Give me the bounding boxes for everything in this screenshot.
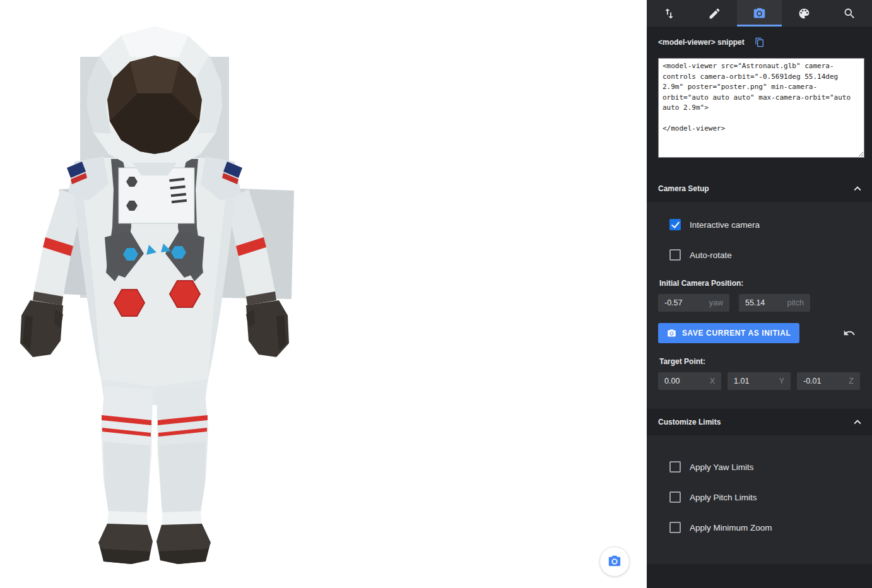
camera-icon: [753, 7, 766, 20]
tab-styling[interactable]: [782, 0, 827, 26]
tab-import-export[interactable]: [647, 0, 692, 26]
tab-camera[interactable]: [737, 0, 782, 26]
apply-pitch-limits-row[interactable]: Apply Pitch Limits: [647, 482, 872, 512]
copy-icon: [755, 37, 765, 47]
apply-pitch-limits-checkbox[interactable]: [669, 491, 681, 503]
pitch-suffix: pitch: [777, 298, 804, 307]
screenshot-button[interactable]: [599, 546, 630, 577]
tab-edit[interactable]: [692, 0, 736, 26]
target-z-field[interactable]: Z: [797, 372, 860, 390]
pitch-field[interactable]: pitch: [739, 294, 810, 312]
astronaut-chest-panel: [119, 168, 194, 223]
copy-snippet-button[interactable]: [755, 37, 765, 47]
target-y-input[interactable]: [734, 377, 765, 385]
snippet-title: <model-viewer> snippet: [658, 38, 745, 47]
collapse-camera-setup-button[interactable]: [851, 182, 864, 196]
target-z-suffix: Z: [835, 377, 854, 385]
apply-minimum-zoom-checkbox[interactable]: [669, 522, 681, 533]
astronaut-3d-model[interactable]: [0, 0, 647, 588]
customize-limits-header[interactable]: Customize Limits: [647, 409, 872, 435]
chevron-up-icon: [851, 415, 864, 429]
apply-pitch-limits-label: Apply Pitch Limits: [690, 493, 757, 502]
apply-minimum-zoom-row[interactable]: Apply Minimum Zoom: [647, 512, 872, 543]
target-point-label: Target Point:: [647, 357, 872, 366]
astronaut-legs: [98, 379, 211, 564]
camera-setup-section: Interactive camera Auto-rotate Initial C…: [647, 202, 872, 409]
search-icon: [843, 7, 856, 20]
yaw-input[interactable]: [664, 298, 696, 307]
editor-panel: <model-viewer> snippet <model-viewer src…: [647, 0, 872, 588]
save-initial-row: SAVE CURRENT AS INITIAL: [647, 323, 872, 343]
auto-rotate-checkbox[interactable]: [669, 249, 681, 261]
panel-filler: [647, 564, 872, 588]
target-point-fields: X Y Z: [647, 372, 872, 390]
customize-limits-title: Customize Limits: [658, 418, 721, 426]
yaw-suffix: yaw: [696, 298, 723, 307]
snippet-header: <model-viewer> snippet: [647, 26, 872, 58]
pitch-input[interactable]: [745, 298, 777, 307]
target-y-field[interactable]: Y: [728, 372, 791, 390]
tab-inspect[interactable]: [827, 0, 872, 26]
auto-rotate-label: Auto-rotate: [690, 250, 732, 260]
target-y-suffix: Y: [765, 377, 784, 385]
target-z-input[interactable]: [803, 377, 835, 385]
initial-camera-position-label: Initial Camera Position:: [647, 279, 872, 288]
apply-minimum-zoom-label: Apply Minimum Zoom: [690, 523, 772, 532]
apply-yaw-limits-label: Apply Yaw Limits: [690, 462, 754, 472]
interactive-camera-label: Interactive camera: [690, 220, 760, 230]
auto-rotate-row[interactable]: Auto-rotate: [647, 240, 872, 270]
interactive-camera-checkbox[interactable]: [669, 219, 681, 230]
chevron-up-icon: [851, 182, 864, 196]
undo-camera-button[interactable]: [843, 327, 856, 339]
camera-icon: [608, 555, 622, 568]
model-viewport[interactable]: [0, 0, 647, 588]
save-current-as-initial-button[interactable]: SAVE CURRENT AS INITIAL: [658, 323, 799, 343]
snippet-code-editor[interactable]: <model-viewer src="Astronaut.glb" camera…: [658, 58, 864, 158]
camera-setup-title: Camera Setup: [658, 184, 709, 193]
yaw-field[interactable]: yaw: [658, 294, 729, 312]
swap-vertical-icon: [663, 7, 676, 20]
panel-toolbar: [647, 0, 872, 26]
initial-position-fields: yaw pitch: [647, 294, 872, 312]
target-x-field[interactable]: X: [658, 372, 721, 390]
collapse-customize-limits-button[interactable]: [851, 415, 864, 429]
camera-icon: [667, 329, 676, 338]
apply-yaw-limits-checkbox[interactable]: [669, 461, 681, 473]
undo-icon: [843, 327, 856, 339]
apply-yaw-limits-row[interactable]: Apply Yaw Limits: [647, 452, 872, 482]
target-x-suffix: X: [696, 377, 715, 385]
target-x-input[interactable]: [664, 377, 696, 385]
interactive-camera-row[interactable]: Interactive camera: [647, 209, 872, 240]
save-button-label: SAVE CURRENT AS INITIAL: [682, 329, 791, 338]
pencil-icon: [708, 7, 721, 20]
camera-setup-header[interactable]: Camera Setup: [647, 175, 872, 202]
customize-limits-section: Apply Yaw Limits Apply Pitch Limits Appl…: [647, 435, 872, 564]
palette-icon: [798, 7, 811, 20]
